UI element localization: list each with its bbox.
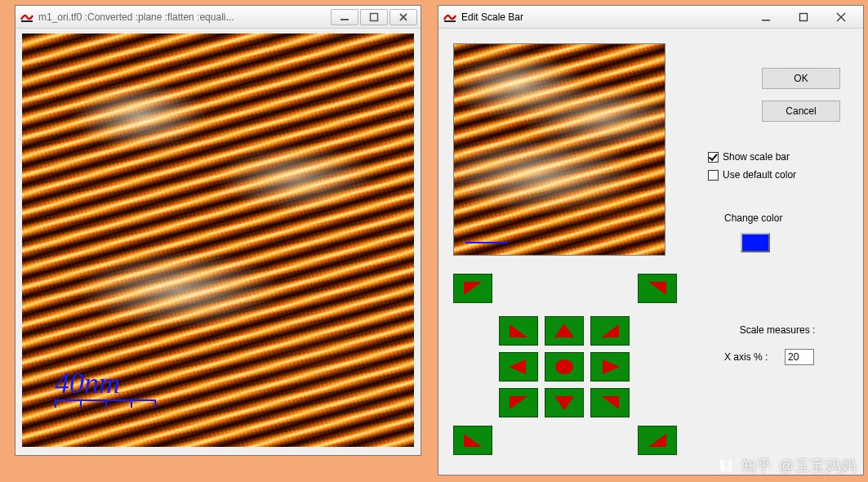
nudge-up-right-button[interactable] bbox=[590, 316, 630, 346]
app-icon bbox=[20, 11, 33, 24]
dialog-close-button[interactable] bbox=[822, 6, 860, 29]
scale-bar: 40nm bbox=[55, 368, 156, 409]
svg-marker-11 bbox=[509, 359, 526, 374]
svg-rect-4 bbox=[762, 20, 770, 21]
scale-bar-line bbox=[55, 399, 156, 409]
svg-marker-17 bbox=[464, 434, 482, 447]
dialog-maximize-button[interactable] bbox=[785, 6, 822, 29]
image-window: m1_ori.tf0 :Converted :plane :flatten :e… bbox=[15, 5, 421, 456]
show-scale-bar-checkbox[interactable] bbox=[708, 152, 719, 163]
nudge-left-button[interactable] bbox=[499, 352, 538, 382]
nudge-right-button[interactable] bbox=[590, 352, 630, 382]
preview-scale-bar bbox=[465, 242, 508, 243]
svg-marker-9 bbox=[554, 324, 574, 337]
app-icon bbox=[443, 11, 456, 24]
watermark-site: 知乎 bbox=[741, 456, 772, 475]
pos-top-right-button[interactable] bbox=[638, 274, 677, 303]
ok-button[interactable]: OK bbox=[762, 68, 840, 89]
nudge-up-button[interactable] bbox=[545, 316, 584, 346]
image-canvas: 40nm bbox=[22, 33, 414, 447]
svg-rect-2 bbox=[371, 13, 378, 20]
pos-bottom-right-button[interactable] bbox=[638, 426, 677, 455]
close-button[interactable] bbox=[389, 9, 417, 25]
scale-measures-label: Scale measures : bbox=[708, 324, 847, 336]
edit-scale-bar-dialog: Edit Scale Bar OK Cancel Show scale bar … bbox=[438, 5, 864, 475]
window-buttons bbox=[331, 9, 417, 25]
dialog-title: Edit Scale Bar bbox=[461, 11, 523, 23]
svg-marker-15 bbox=[554, 396, 574, 410]
color-swatch-button[interactable] bbox=[741, 233, 770, 252]
svg-marker-14 bbox=[510, 396, 527, 409]
svg-marker-7 bbox=[648, 282, 666, 295]
x-axis-percent-input[interactable] bbox=[785, 349, 814, 365]
dialog-titlebar[interactable]: Edit Scale Bar bbox=[438, 6, 863, 29]
nudge-down-button[interactable] bbox=[545, 388, 584, 417]
nudge-down-right-button[interactable] bbox=[590, 388, 630, 417]
use-default-color-label: Use default color bbox=[723, 169, 796, 181]
show-scale-bar-row[interactable]: Show scale bar bbox=[708, 151, 790, 163]
watermark: 知乎 @玉宝妈妈 bbox=[717, 456, 857, 475]
svg-marker-6 bbox=[464, 282, 482, 295]
scale-bar-label: 40nm bbox=[55, 368, 156, 398]
preview-image bbox=[453, 43, 665, 256]
svg-rect-3 bbox=[444, 20, 456, 22]
position-pad bbox=[453, 274, 675, 463]
svg-rect-0 bbox=[21, 20, 33, 22]
svg-marker-16 bbox=[601, 396, 619, 409]
change-color-label: Change color bbox=[724, 212, 782, 224]
svg-rect-1 bbox=[341, 19, 349, 20]
use-default-color-row[interactable]: Use default color bbox=[708, 169, 796, 181]
nudge-up-left-button[interactable] bbox=[499, 316, 538, 346]
svg-marker-10 bbox=[601, 324, 619, 337]
minimize-button[interactable] bbox=[331, 9, 358, 25]
maximize-button[interactable] bbox=[360, 9, 388, 25]
show-scale-bar-label: Show scale bar bbox=[723, 151, 790, 163]
use-default-color-checkbox[interactable] bbox=[708, 170, 719, 181]
watermark-author: @玉宝妈妈 bbox=[779, 456, 857, 475]
pos-top-left-button[interactable] bbox=[453, 274, 492, 303]
nudge-down-left-button[interactable] bbox=[499, 388, 538, 417]
dialog-minimize-button[interactable] bbox=[747, 6, 785, 29]
svg-marker-8 bbox=[510, 324, 527, 337]
pos-bottom-left-button[interactable] bbox=[453, 426, 492, 455]
svg-marker-18 bbox=[648, 434, 666, 447]
image-window-titlebar[interactable]: m1_ori.tf0 :Converted :plane :flatten :e… bbox=[16, 6, 421, 29]
x-axis-percent-label: X axis % : bbox=[724, 351, 768, 363]
image-window-title: m1_ori.tf0 :Converted :plane :flatten :e… bbox=[38, 11, 234, 23]
svg-marker-13 bbox=[603, 359, 620, 374]
svg-rect-5 bbox=[800, 13, 808, 20]
cancel-button[interactable]: Cancel bbox=[762, 100, 840, 122]
pos-center-button[interactable] bbox=[545, 352, 584, 382]
svg-point-12 bbox=[555, 359, 573, 374]
